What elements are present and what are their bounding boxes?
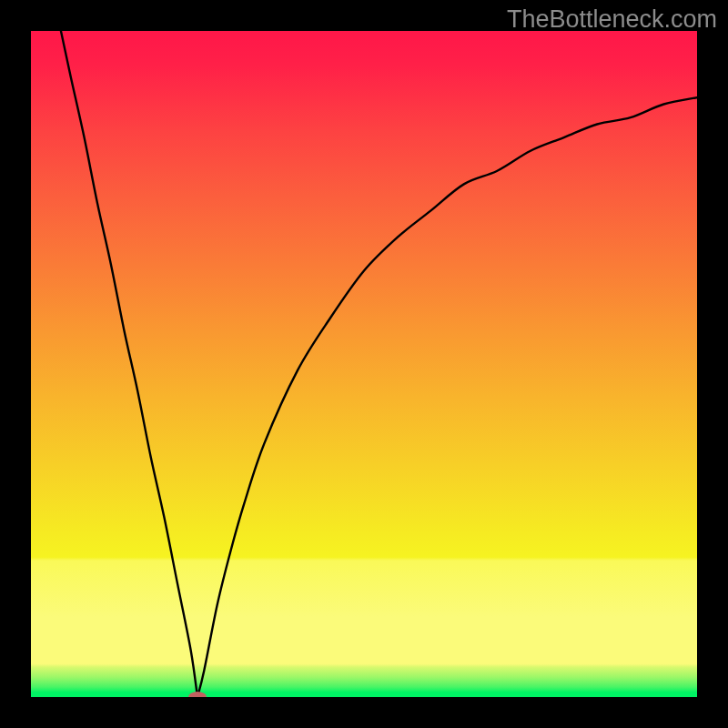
watermark-text: TheBottleneck.com xyxy=(507,5,717,34)
green-base-band xyxy=(31,693,697,697)
plot-area xyxy=(31,31,697,697)
bottleneck-chart xyxy=(31,31,697,697)
chart-frame: TheBottleneck.com xyxy=(0,0,728,728)
